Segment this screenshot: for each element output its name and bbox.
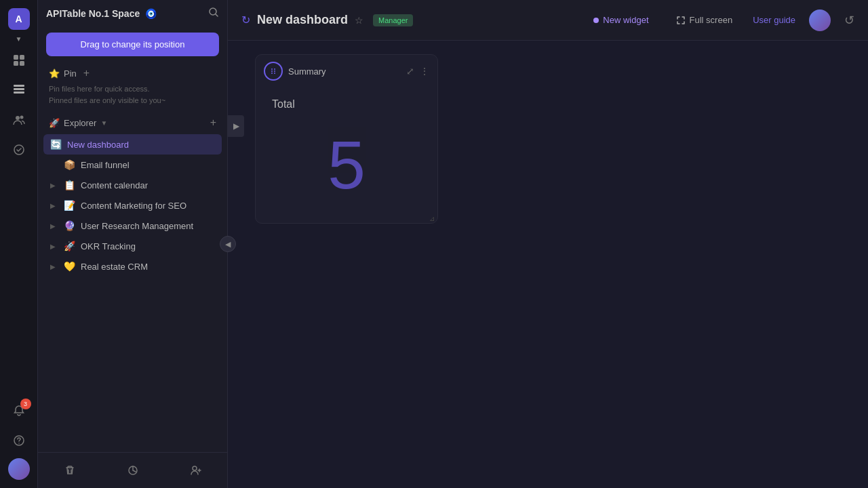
svg-rect-3 (20, 61, 24, 66)
svg-rect-0 (14, 55, 18, 60)
sidebar-item-content-marketing[interactable]: ▶ 📝 Content Marketing for SEO (43, 195, 222, 216)
widget-more-icon[interactable]: ⋮ (420, 66, 429, 77)
chevron-icon: ▶ (50, 182, 58, 189)
widget-resize-handle[interactable]: ⊿ (429, 215, 436, 222)
dot-icon (593, 18, 599, 23)
widget-total-label: Total (267, 98, 295, 110)
pin-hint-text2: Pinned files are only visible to you~ (49, 95, 216, 106)
new-widget-button[interactable]: New widget (587, 11, 655, 29)
user-guide-button[interactable]: User guide (753, 15, 795, 25)
user-avatar-top[interactable] (809, 9, 831, 31)
pin-add-button[interactable]: + (83, 67, 90, 79)
svg-point-14 (193, 466, 197, 470)
nav-items: 🔄 New dashboard 📦 Email funnel ▶ 📋 Conte… (38, 134, 227, 452)
page-title: New dashboard (257, 13, 348, 27)
widget-title: Summary (288, 66, 326, 77)
user-avatar-bottom[interactable] (8, 458, 30, 480)
icon-rail: A ▼ (0, 0, 38, 488)
explorer-title[interactable]: 🚀 Explorer ▼ (49, 118, 107, 128)
sidebar: APITable No.1 Space 🧿 Drag to change its… (38, 0, 228, 488)
widget-header: Summary ⤢ ⋮ (256, 55, 437, 87)
workspace-avatar[interactable]: A (8, 8, 30, 30)
full-screen-button[interactable]: Full screen (669, 11, 740, 29)
svg-point-8 (20, 116, 23, 119)
top-bar-actions: New widget Full screen User guide ↺ (587, 9, 854, 31)
chevron-icon: ▶ (50, 263, 58, 270)
svg-point-20 (274, 73, 275, 74)
top-bar: ↻ New dashboard ☆ Manager New widget Ful… (228, 0, 868, 41)
star-icon[interactable]: ☆ (355, 15, 363, 26)
notification-icon[interactable]: 3 (7, 399, 31, 423)
svg-rect-6 (14, 92, 24, 94)
dashboard-area: ▶ Summary (228, 41, 868, 488)
refresh-icon[interactable]: ↻ (241, 14, 250, 26)
widget-value: 5 (328, 131, 366, 199)
explorer-header: 🚀 Explorer ▼ + (38, 111, 227, 134)
pin-hint-text: Pin files here for quick access. (49, 83, 216, 95)
widget-drag-handle[interactable] (264, 62, 283, 81)
svg-point-19 (271, 73, 273, 74)
sidebar-item-email-funnel[interactable]: 📦 Email funnel (43, 155, 222, 175)
chevron-icon: ▶ (50, 243, 58, 250)
widget-expand-icon[interactable]: ⤢ (406, 66, 414, 77)
sync-icon[interactable]: ↺ (844, 13, 854, 28)
sidebar-item-user-research[interactable]: ▶ 🔮 User Research Management (43, 216, 222, 236)
template-button[interactable] (121, 458, 145, 483)
user-add-button[interactable] (184, 458, 208, 483)
notification-badge: 3 (20, 399, 31, 409)
drag-hint-tooltip: Drag to change its position (46, 33, 219, 56)
pin-section: ⭐ Pin + Pin files here for quick access.… (38, 62, 227, 111)
widget-controls: ⤢ ⋮ (406, 66, 429, 77)
sidebar-collapse-button[interactable]: ◀ (220, 236, 236, 252)
trash-button[interactable] (58, 458, 82, 483)
search-icon[interactable] (208, 7, 219, 20)
svg-rect-2 (14, 61, 18, 66)
chevron-down-icon[interactable]: ▼ (16, 35, 22, 43)
sidebar-item-okr-tracking[interactable]: ▶ 🚀 OKR Tracking (43, 236, 222, 256)
chevron-icon: ▶ (50, 202, 58, 209)
chevron-down-icon: ▼ (100, 119, 107, 127)
svg-point-15 (271, 68, 273, 70)
sidebar-item-new-dashboard[interactable]: 🔄 New dashboard (43, 134, 222, 155)
sidebar-header: APITable No.1 Space 🧿 (38, 0, 227, 27)
expand-panel-button[interactable]: ▶ (228, 115, 244, 137)
svg-point-7 (16, 116, 20, 120)
svg-rect-5 (14, 88, 24, 90)
nav-icon-grid[interactable] (7, 48, 31, 73)
summary-widget: Summary ⤢ ⋮ Total 5 ⊿ (255, 54, 438, 224)
sidebar-item-real-estate[interactable]: ▶ 💛 Real estate CRM (43, 256, 222, 277)
manager-badge[interactable]: Manager (373, 14, 413, 26)
help-icon[interactable] (7, 428, 31, 453)
main-content: ↻ New dashboard ☆ Manager New widget Ful… (228, 0, 868, 488)
explorer-add-button[interactable]: + (210, 117, 216, 129)
sidebar-bottom-toolbar (38, 452, 227, 488)
nav-icon-users[interactable] (7, 108, 31, 132)
svg-point-18 (274, 70, 275, 72)
chevron-icon: ▶ (50, 222, 58, 230)
nav-icon-table[interactable] (7, 78, 31, 102)
svg-point-17 (271, 70, 273, 72)
sidebar-item-content-calendar[interactable]: ▶ 📋 Content calendar (43, 175, 222, 195)
widget-body: Total 5 (256, 87, 437, 223)
svg-point-11 (18, 443, 20, 444)
svg-point-16 (274, 68, 275, 70)
svg-rect-4 (14, 85, 24, 87)
nav-icon-automation[interactable] (7, 138, 31, 162)
widget-title-area: Summary (264, 62, 326, 81)
space-title[interactable]: APITable No.1 Space 🧿 (46, 8, 157, 19)
svg-rect-1 (20, 55, 24, 60)
